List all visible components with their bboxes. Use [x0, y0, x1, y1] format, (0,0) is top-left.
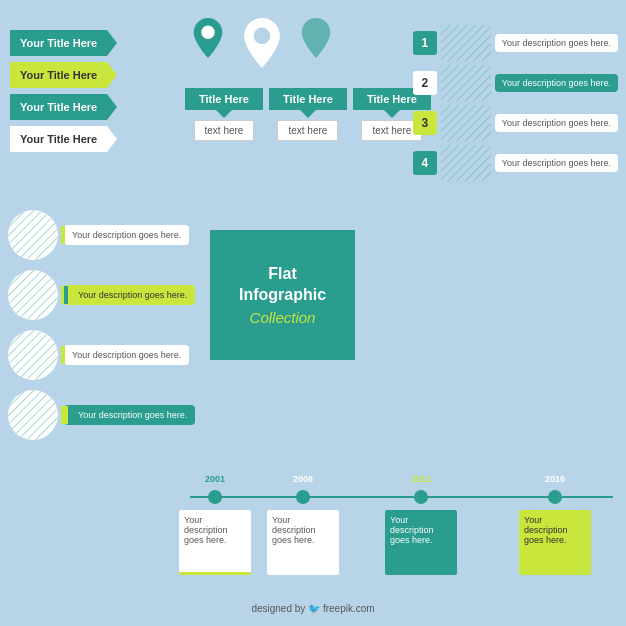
- svg-rect-13: [441, 65, 491, 101]
- desc-right-1: Your description goes here.: [495, 34, 618, 52]
- stripe-pattern-4: [8, 390, 58, 440]
- ribbon-4: Your Title Here: [10, 126, 107, 152]
- desc-text-1: Your description goes here.: [72, 230, 181, 240]
- timeline-card-2: Your description goes here.: [267, 510, 339, 575]
- title-box-1-text: text here: [194, 120, 255, 141]
- stripe-rect-svg-4: [441, 145, 491, 181]
- pin-3: [298, 18, 334, 68]
- number-section: 1 Your description goes here. 2 Your des…: [413, 25, 618, 181]
- desc-item-3: Your description goes here.: [8, 330, 195, 380]
- timeline-card-text-4: Your description goes here.: [524, 515, 568, 545]
- stripe-pattern-2: [8, 270, 58, 320]
- desc-right-text-1: Your description goes here.: [502, 38, 611, 48]
- stripe-rect-svg-1: [441, 25, 491, 61]
- svg-rect-11: [441, 25, 491, 61]
- title-box-1: Title Here text here: [185, 88, 263, 141]
- desc-text-4: Your description goes here.: [72, 410, 187, 420]
- timeline-card-3: Your description goes here.: [385, 510, 457, 575]
- svg-rect-15: [441, 105, 491, 141]
- desc-right-text-3: Your description goes here.: [502, 118, 611, 128]
- desc-right-2: Your description goes here.: [495, 74, 618, 92]
- center-box-line1: Flat: [268, 264, 296, 285]
- ribbon-3: Your Title Here: [10, 94, 107, 120]
- title-box-2-arrow: [300, 110, 316, 118]
- desc-text-2: Your description goes here.: [72, 290, 187, 300]
- pin-2: [244, 18, 280, 68]
- ribbon-1-label: Your Title Here: [20, 37, 97, 49]
- number-badge-4: 4: [413, 151, 437, 175]
- timeline-card-text-1: Your description goes here.: [184, 515, 228, 545]
- striped-circle-1: [8, 210, 58, 260]
- center-box-line2: Infographic: [239, 285, 326, 306]
- desc-item-2: Your description goes here.: [8, 270, 195, 320]
- striped-rect-2: [441, 65, 491, 101]
- stripe-rect-svg-2: [441, 65, 491, 101]
- pins-section: [190, 18, 334, 68]
- ribbon-4-label: Your Title Here: [20, 133, 97, 145]
- ribbon-2: Your Title Here: [10, 62, 107, 88]
- title-box-1-arrow: [216, 110, 232, 118]
- desc-item-4: Your description goes here.: [8, 390, 195, 440]
- number-item-4: 4 Your description goes here.: [413, 145, 618, 181]
- timeline-dot-3: [414, 490, 428, 504]
- desc-bubble-1: Your description goes here.: [64, 225, 189, 245]
- desc-bubble-4: Your description goes here.: [64, 405, 195, 425]
- center-box: Flat Infographic Collection: [210, 230, 355, 360]
- desc-text-3: Your description goes here.: [72, 350, 181, 360]
- timeline-year-1: 2001: [205, 474, 225, 484]
- svg-rect-17: [441, 145, 491, 181]
- pin-3-icon: [301, 18, 331, 58]
- timeline-dot-2: [296, 490, 310, 504]
- title-box-2-text: text here: [277, 120, 338, 141]
- timeline-section: 2001 Your description goes here. 2006 Yo…: [185, 464, 618, 574]
- number-badge-3: 3: [413, 111, 437, 135]
- ribbon-2-label: Your Title Here: [20, 69, 97, 81]
- ribbon-1: Your Title Here: [10, 30, 107, 56]
- title-box-2-header: Title Here: [269, 88, 347, 110]
- striped-circle-3: [8, 330, 58, 380]
- svg-point-9: [8, 390, 58, 440]
- striped-rect-1: [441, 25, 491, 61]
- timeline-dot-1: [208, 490, 222, 504]
- number-item-1: 1 Your description goes here.: [413, 25, 618, 61]
- timeline-dot-4: [548, 490, 562, 504]
- desc-right-4: Your description goes here.: [495, 154, 618, 172]
- desc-left-section: Your description goes here. Your descrip…: [8, 210, 195, 440]
- svg-point-0: [201, 26, 214, 39]
- timeline-year-2: 2006: [293, 474, 313, 484]
- desc-right-text-4: Your description goes here.: [502, 158, 611, 168]
- svg-point-7: [8, 330, 58, 380]
- stripe-rect-svg-3: [441, 105, 491, 141]
- striped-circle-4: [8, 390, 58, 440]
- stripe-pattern-1: [8, 210, 58, 260]
- pin-1-icon: [193, 18, 223, 58]
- timeline-card-text-2: Your description goes here.: [272, 515, 316, 545]
- striped-rect-3: [441, 105, 491, 141]
- desc-right-text-2: Your description goes here.: [502, 78, 611, 88]
- svg-point-5: [8, 270, 58, 320]
- desc-right-3: Your description goes here.: [495, 114, 618, 132]
- title-box-3-arrow: [384, 110, 400, 118]
- timeline-card-4: Your description goes here.: [519, 510, 591, 575]
- pin-2-icon: [242, 18, 282, 68]
- timeline-card-text-3: Your description goes here.: [390, 515, 434, 545]
- timeline-year-4: 2016: [545, 474, 565, 484]
- desc-item-1: Your description goes here.: [8, 210, 195, 260]
- timeline-card-1: Your description goes here.: [179, 510, 251, 575]
- credit-text: designed by 🐦 freepik.com: [0, 603, 626, 614]
- number-badge-2: 2: [413, 71, 437, 95]
- center-box-line3: Collection: [250, 309, 316, 326]
- title-box-2: Title Here text here: [269, 88, 347, 141]
- number-item-3: 3 Your description goes here.: [413, 105, 618, 141]
- title-box-1-header: Title Here: [185, 88, 263, 110]
- striped-rect-4: [441, 145, 491, 181]
- desc-bubble-3: Your description goes here.: [64, 345, 189, 365]
- pin-1: [190, 18, 226, 68]
- number-badge-1: 1: [413, 31, 437, 55]
- svg-point-3: [8, 210, 58, 260]
- title-boxes-section: Title Here text here Title Here text her…: [185, 88, 431, 141]
- striped-circle-2: [8, 270, 58, 320]
- desc-bubble-2: Your description goes here.: [64, 285, 195, 305]
- number-item-2: 2 Your description goes here.: [413, 65, 618, 101]
- ribbon-section: Your Title Here Your Title Here Your Tit…: [10, 30, 107, 152]
